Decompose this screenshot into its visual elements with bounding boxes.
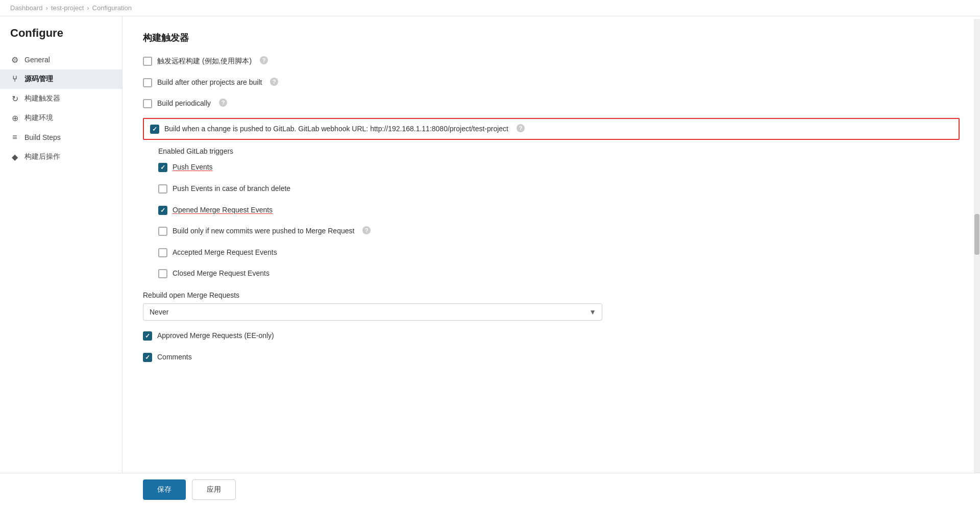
checkbox-comments[interactable] <box>143 353 152 362</box>
checkbox-opened-merge[interactable] <box>158 206 167 215</box>
checkbox-periodically[interactable] <box>143 99 152 108</box>
checkbox-push-branch-delete[interactable] <box>158 184 167 194</box>
label-comments: Comments <box>157 352 192 363</box>
label-gitlab-push: Build when a change is pushed to GitLab.… <box>164 124 508 134</box>
checkbox-accepted-merge[interactable] <box>158 248 167 257</box>
rebuild-select-wrapper: Never On push to source branch On push t… <box>143 303 602 321</box>
label-after-other: Build after other projects are built <box>157 78 262 88</box>
breadcrumb-dashboard[interactable]: Dashboard <box>10 4 43 12</box>
push-events-text: Push Events <box>173 163 213 171</box>
label-approved-merge: Approved Merge Requests (EE-only) <box>157 331 274 341</box>
checkbox-row-push-branch-delete: Push Events in case of branch delete <box>158 182 960 196</box>
help-icon-gitlab[interactable]: ? <box>517 124 525 132</box>
checkbox-closed-merge[interactable] <box>158 269 167 278</box>
checkbox-row-accepted-merge: Accepted Merge Request Events <box>158 246 960 260</box>
sidebar-item-build-env[interactable]: ⊕ 构建环境 <box>0 108 122 128</box>
checkbox-row-periodically: Build periodically ? <box>143 97 960 111</box>
save-button[interactable]: 保存 <box>143 479 186 500</box>
help-icon-periodically[interactable]: ? <box>219 99 227 107</box>
checkbox-row-push-events: Push Events <box>158 160 960 175</box>
sidebar: Configure ⚙ General ⑂ 源码管理 ↻ 构建触发器 ⊕ 构建环… <box>0 16 122 503</box>
sidebar-item-general[interactable]: ⚙ General <box>0 50 122 69</box>
post-build-icon: ◆ <box>10 152 19 161</box>
gear-icon: ⚙ <box>10 55 19 64</box>
checkbox-row-approved-merge: Approved Merge Requests (EE-only) <box>143 329 960 343</box>
breadcrumb-sep1: › <box>46 4 48 12</box>
sidebar-item-source-management[interactable]: ⑂ 源码管理 <box>0 69 122 89</box>
breadcrumb-sep2: › <box>87 4 89 12</box>
source-icon: ⑂ <box>10 75 19 84</box>
sidebar-item-post-build[interactable]: ◆ 构建后操作 <box>0 147 122 166</box>
rebuild-label: Rebuild open Merge Requests <box>143 291 960 299</box>
label-push-branch-delete: Push Events in case of branch delete <box>173 184 290 194</box>
checkbox-row-after-other: Build after other projects are built ? <box>143 76 960 90</box>
apply-button[interactable]: 应用 <box>192 479 236 500</box>
checkbox-row-comments: Comments <box>143 350 960 365</box>
checkbox-remote-trigger[interactable] <box>143 57 152 66</box>
triggers-section-title: Enabled GitLab triggers <box>158 147 960 155</box>
sidebar-item-label-source: 源码管理 <box>24 75 53 84</box>
checkbox-after-other[interactable] <box>143 78 152 87</box>
steps-icon: ≡ <box>10 133 19 142</box>
label-push-events: Push Events <box>173 162 213 173</box>
sidebar-item-label-general: General <box>24 56 50 64</box>
checkbox-push-events[interactable] <box>158 163 167 172</box>
checkbox-row-closed-merge: Closed Merge Request Events <box>158 267 960 281</box>
sidebar-title: Configure <box>0 27 122 50</box>
label-remote-trigger: 触发远程构建 (例如,使用脚本) <box>157 56 252 66</box>
label-accepted-merge: Accepted Merge Request Events <box>173 248 277 258</box>
checkbox-new-commits[interactable] <box>158 227 167 236</box>
breadcrumb: Dashboard › test-project › Configuration <box>0 0 980 16</box>
bottom-bar: 保存 应用 <box>0 473 980 506</box>
checkbox-row-new-commits: Build only if new commits were pushed to… <box>158 224 960 238</box>
help-icon-after-other[interactable]: ? <box>270 78 278 86</box>
section-title: 构建触发器 <box>143 32 960 44</box>
trigger-icon: ↻ <box>10 94 19 103</box>
checkbox-approved-merge[interactable] <box>143 331 152 341</box>
checkbox-row-gitlab-push: Build when a change is pushed to GitLab.… <box>143 118 960 140</box>
breadcrumb-config[interactable]: Configuration <box>92 4 132 12</box>
checkbox-row-remote-trigger: 触发远程构建 (例如,使用脚本) ? <box>143 54 960 68</box>
scrollbar-track <box>974 19 980 506</box>
checkbox-gitlab-push[interactable] <box>150 125 159 134</box>
label-periodically: Build periodically <box>157 99 211 109</box>
rebuild-select[interactable]: Never On push to source branch On push t… <box>143 303 602 321</box>
env-icon: ⊕ <box>10 113 19 123</box>
opened-merge-text: Opened Merge Request Events <box>173 206 273 214</box>
label-closed-merge: Closed Merge Request Events <box>173 269 270 279</box>
gitlab-triggers-section: Enabled GitLab triggers Push Events Push… <box>143 142 960 281</box>
sidebar-item-label-steps: Build Steps <box>24 133 61 141</box>
sidebar-item-build-triggers[interactable]: ↻ 构建触发器 <box>0 89 122 108</box>
checkbox-row-opened-merge: Opened Merge Request Events <box>158 203 960 218</box>
label-new-commits: Build only if new commits were pushed to… <box>173 226 354 236</box>
label-opened-merge: Opened Merge Request Events <box>173 205 273 215</box>
sidebar-item-label-triggers: 构建触发器 <box>24 94 60 103</box>
main-content: 构建触发器 触发远程构建 (例如,使用脚本) ? Build after oth… <box>122 16 980 503</box>
rebuild-section: Rebuild open Merge Requests Never On pus… <box>143 291 960 321</box>
help-icon-remote[interactable]: ? <box>260 56 268 64</box>
sidebar-item-label-env: 构建环境 <box>24 113 53 123</box>
bottom-spacer <box>143 371 960 402</box>
help-icon-new-commits[interactable]: ? <box>362 226 371 234</box>
page-layout: Configure ⚙ General ⑂ 源码管理 ↻ 构建触发器 ⊕ 构建环… <box>0 16 980 503</box>
sidebar-item-build-steps[interactable]: ≡ Build Steps <box>0 128 122 147</box>
sidebar-item-label-post: 构建后操作 <box>24 152 60 161</box>
breadcrumb-project[interactable]: test-project <box>51 4 84 12</box>
scrollbar-thumb[interactable] <box>974 214 979 255</box>
